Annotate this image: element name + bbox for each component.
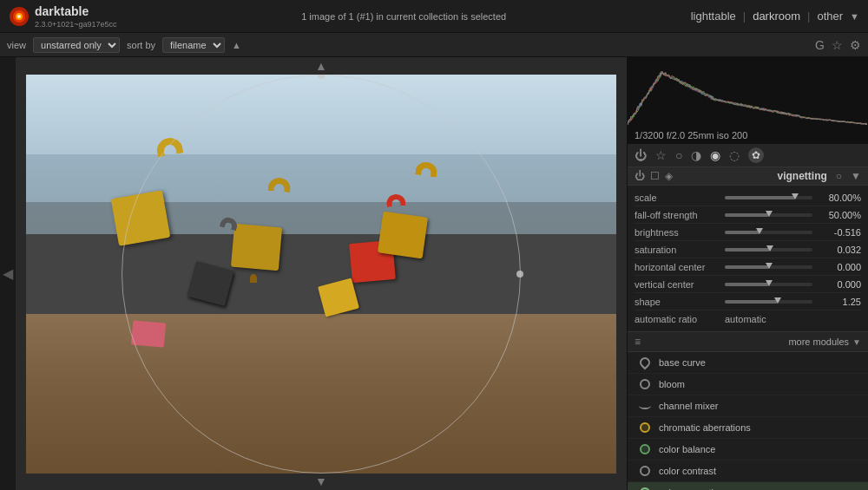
main-image — [26, 75, 616, 474]
slider-handle[interactable] — [774, 297, 781, 304]
favorite-icon[interactable]: ☆ — [655, 148, 667, 162]
more-modules-label[interactable]: more modules — [788, 336, 849, 347]
module-item-icon — [638, 464, 652, 478]
view-icons: G ☆ ⚙ — [815, 38, 861, 52]
nav-dropdown-arrow[interactable]: ▼ — [850, 11, 859, 22]
bottom-panel-arrow[interactable]: ▼ — [308, 473, 334, 490]
slider-fill — [725, 265, 769, 269]
slider-track[interactable] — [725, 196, 812, 199]
effects-icon[interactable]: ✿ — [748, 147, 764, 163]
module-list-item[interactable]: color correction — [628, 482, 868, 490]
tone-icon[interactable]: ◑ — [691, 148, 701, 162]
module-item-icon — [638, 377, 652, 391]
module-item-icon — [638, 399, 652, 413]
lock-pink — [131, 320, 166, 347]
module-reset-btn[interactable]: ○ — [836, 170, 842, 182]
slider-fill — [725, 213, 769, 217]
top-panel-arrow[interactable]: ▲ — [308, 57, 334, 75]
slider-handle[interactable] — [766, 280, 773, 286]
auto-ratio-label: automatic ratio — [635, 314, 721, 324]
module-list-item[interactable]: color contrast — [628, 461, 868, 482]
slider-handle[interactable] — [792, 193, 799, 199]
sort-select[interactable]: filename — [162, 37, 225, 53]
module-power-btn[interactable]: ⏻ — [635, 170, 645, 182]
slider-handle[interactable] — [766, 211, 773, 217]
nav-other[interactable]: other — [817, 10, 843, 23]
more-modules-arrow[interactable]: ▼ — [852, 337, 861, 347]
slider-fill — [725, 283, 769, 286]
svg-point-3 — [17, 15, 21, 18]
darktable-logo-icon — [9, 6, 30, 27]
module-mask-btn[interactable]: ☐ — [650, 170, 660, 182]
nav-sep2: | — [807, 10, 810, 23]
lock-4 — [378, 211, 428, 258]
basic-icon[interactable]: ○ — [675, 148, 682, 162]
slider-track[interactable] — [725, 213, 812, 217]
histogram-canvas — [628, 57, 868, 127]
module-list-item[interactable]: bloom — [628, 374, 868, 395]
module-item-icon — [638, 486, 652, 490]
view-label: view — [7, 40, 26, 50]
photo-ground — [26, 314, 616, 474]
vignette-handle-right[interactable] — [516, 271, 523, 278]
lock-3 — [318, 278, 359, 317]
power-icon[interactable]: ⏻ — [635, 148, 647, 162]
module-list-item[interactable]: chromatic aberrations — [628, 417, 868, 439]
slider-fill — [725, 196, 795, 199]
active-module-bar: ⏻ ☐ ◈ vignetting ○ ▼ — [628, 167, 868, 186]
module-blend-btn[interactable]: ◈ — [665, 170, 673, 182]
left-nav-arrow[interactable]: ◀ — [0, 57, 16, 490]
module-item-name: color balance — [659, 444, 715, 454]
slider-row: scale 80.00% — [635, 189, 861, 206]
slider-track[interactable] — [725, 300, 812, 304]
slider-handle[interactable] — [766, 245, 773, 252]
app-version: 2.3.0+1021~ga917e5cc — [35, 20, 117, 29]
main-area: ◀ ▲ — [0, 57, 868, 490]
top-nav: lighttable | darkroom | other ▼ — [691, 10, 859, 23]
module-icon — [638, 356, 653, 370]
slider-label: scale — [635, 193, 721, 203]
module-icon — [640, 444, 650, 454]
module-item-name: chromatic aberrations — [659, 422, 751, 433]
auto-ratio-value: automatic — [725, 314, 766, 324]
module-icons-row: ⏻ ☆ ○ ◑ ◉ ◌ ✿ — [628, 144, 868, 167]
slider-label: vertical center — [635, 279, 721, 290]
module-icon — [640, 379, 650, 389]
correct-icon[interactable]: ◌ — [729, 148, 740, 162]
slider-value: 50.00% — [816, 210, 861, 220]
slider-value: 80.00% — [816, 193, 861, 203]
image-container — [26, 75, 616, 474]
module-item-icon — [638, 421, 652, 434]
slider-track[interactable] — [725, 265, 812, 269]
sort-direction-btn[interactable]: ▲ — [232, 40, 241, 50]
module-icon — [640, 466, 650, 476]
histogram: 1/3200 f/2.0 25mm iso 200 — [628, 57, 868, 144]
module-list-item[interactable]: base curve — [628, 352, 868, 374]
g-icon[interactable]: G — [815, 38, 825, 52]
status-text: 1 image of 1 (#1) in current collection … — [126, 11, 682, 22]
slider-label: horizontal center — [635, 262, 721, 272]
module-item-name: channel mixer — [659, 401, 718, 411]
slider-handle[interactable] — [766, 263, 773, 269]
view-select[interactable]: unstarred only — [33, 37, 120, 53]
histogram-info: 1/3200 f/2.0 25mm iso 200 — [635, 130, 747, 140]
slider-label: saturation — [635, 245, 721, 255]
hamburger-icon[interactable]: ≡ — [635, 336, 641, 348]
module-list-item[interactable]: channel mixer — [628, 395, 868, 417]
slider-track[interactable] — [725, 248, 812, 252]
star-icon[interactable]: ☆ — [832, 38, 843, 52]
nav-lighttable[interactable]: lighttable — [691, 10, 736, 23]
module-list-item[interactable]: color balance — [628, 439, 868, 461]
slider-track[interactable] — [725, 231, 812, 234]
slider-label: brightness — [635, 227, 721, 238]
slider-row: vertical center 0.000 — [635, 276, 861, 293]
color-icon[interactable]: ◉ — [710, 148, 720, 162]
slider-handle[interactable] — [756, 228, 763, 234]
gear-icon[interactable]: ⚙ — [850, 38, 861, 52]
slider-track[interactable] — [725, 283, 812, 286]
module-expand-btn[interactable]: ▼ — [851, 170, 861, 182]
nav-darkroom[interactable]: darkroom — [753, 10, 800, 23]
module-item-name: color contrast — [659, 466, 716, 476]
module-item-name: bloom — [659, 379, 685, 389]
logo: darktable 2.3.0+1021~ga917e5cc — [9, 4, 117, 29]
